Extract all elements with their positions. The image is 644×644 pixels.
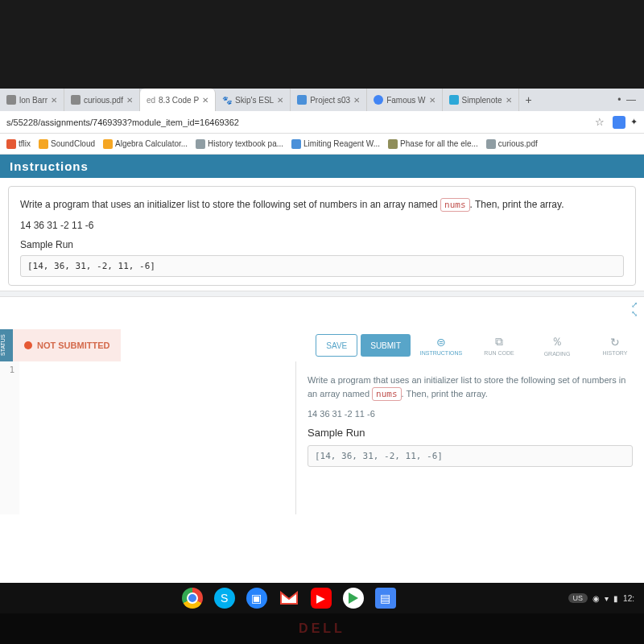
- bookmark-icon: [6, 139, 16, 149]
- code-editor[interactable]: 1: [0, 361, 296, 514]
- instructions-icon: ⊜: [436, 336, 446, 349]
- bookmark-icon: [103, 139, 113, 149]
- laptop-bezel: DELL: [0, 613, 644, 644]
- bookmark-item[interactable]: Phase for all the ele...: [388, 139, 478, 149]
- tab-label: Famous W: [386, 96, 425, 105]
- close-icon[interactable]: ✕: [353, 96, 360, 105]
- submit-button[interactable]: SUBMIT: [361, 334, 411, 357]
- bookmark-item[interactable]: SoundCloud: [39, 139, 95, 149]
- sample-output: [14, 36, 31, -2, 11, -6]: [20, 255, 624, 277]
- close-icon[interactable]: ✕: [126, 96, 133, 105]
- bookmark-item[interactable]: Limiting Reagent W...: [291, 139, 380, 149]
- tab-6[interactable]: Simplenote✕: [443, 89, 519, 111]
- toolbar-instructions[interactable]: ⊜INSTRUCTIONS: [412, 329, 470, 361]
- instructions-panel: Write a program that uses an initializer…: [296, 361, 644, 514]
- bookmark-item[interactable]: History textbook pa...: [196, 139, 283, 149]
- editor-toolbar: STATUS NOT SUBMITTED SAVE SUBMIT ⊜INSTRU…: [0, 329, 644, 361]
- editor-split: 1 Write a program that uses an initializ…: [0, 361, 644, 514]
- prompt-text: Write a program that uses an initializer…: [20, 198, 624, 212]
- url-text: s/55228/assignments/7469393?module_item_…: [6, 118, 590, 127]
- bookmark-label: Limiting Reagent W...: [303, 139, 380, 148]
- bookmark-icon: [291, 139, 301, 149]
- youtube-icon[interactable]: ▶: [311, 588, 332, 609]
- save-button[interactable]: SAVE: [316, 334, 357, 357]
- clock: 12:: [623, 594, 634, 603]
- bookmark-star-icon[interactable]: ☆: [595, 116, 605, 128]
- toolbar-grading[interactable]: ％GRADING: [528, 329, 586, 361]
- bookmark-icon: [196, 139, 205, 149]
- divider: [0, 291, 644, 297]
- system-tray[interactable]: US ◉ ▾ ▮ 12:: [568, 593, 634, 603]
- status-pill: NOT SUBMITTED: [13, 329, 121, 361]
- status-label: NOT SUBMITTED: [37, 341, 109, 350]
- dot-icon: [24, 341, 32, 349]
- tab-label: Simplenote: [462, 96, 502, 105]
- status-side-tab: STATUS: [0, 329, 13, 361]
- favicon: [71, 95, 80, 105]
- favicon: [449, 95, 459, 105]
- gmail-icon[interactable]: [279, 588, 299, 609]
- favicon: [374, 95, 383, 105]
- tab-label: 8.3 Code P: [159, 96, 199, 105]
- bookmark-icon: [39, 139, 48, 149]
- bookmark-item[interactable]: curious.pdf: [486, 139, 538, 149]
- instructions-card: Write a program that uses an initializer…: [8, 186, 636, 286]
- paw-icon: 🐾: [222, 96, 232, 105]
- tab-label: lon Barr: [19, 96, 47, 105]
- tab-2-active[interactable]: ed8.3 Code P✕: [140, 89, 216, 111]
- bookmark-label: Phase for all the ele...: [400, 139, 478, 148]
- toolbar-history[interactable]: ↻HISTORY: [586, 329, 644, 361]
- bookmark-icon: [486, 139, 496, 149]
- bookmark-item[interactable]: Algebra Calculator...: [103, 139, 188, 149]
- skype-icon[interactable]: S: [214, 588, 235, 609]
- window-controls[interactable]: • —: [609, 94, 644, 105]
- bookmark-item[interactable]: tflix: [6, 139, 31, 149]
- close-icon[interactable]: ✕: [429, 96, 436, 105]
- tab-1[interactable]: curious.pdf✕: [64, 89, 140, 111]
- code-area[interactable]: [19, 361, 295, 514]
- toolbar-run-code[interactable]: ⧉RUN CODE: [470, 329, 528, 361]
- extension-icon[interactable]: [613, 116, 625, 129]
- meet-icon[interactable]: ▣: [246, 588, 267, 609]
- tab-label: curious.pdf: [84, 96, 123, 105]
- tab-prefix: ed: [147, 96, 155, 105]
- docs-icon[interactable]: ▤: [375, 588, 396, 609]
- sample-run-heading: Sample Run: [20, 239, 624, 250]
- brand-logo: DELL: [299, 621, 345, 636]
- play-store-icon[interactable]: [343, 588, 364, 609]
- code-chip-nums: nums: [440, 198, 470, 212]
- close-icon[interactable]: ✕: [506, 96, 512, 105]
- close-icon[interactable]: ✕: [51, 96, 57, 105]
- instructions-banner: Instructions: [0, 155, 644, 178]
- close-icon[interactable]: ✕: [202, 96, 208, 105]
- chromeos-shelf: S ▣ ▶ ▤ US ◉ ▾ ▮ 12:: [0, 583, 644, 613]
- tab-0[interactable]: lon Barr✕: [0, 89, 64, 111]
- tab-3[interactable]: 🐾Skip's ESL✕: [216, 89, 291, 111]
- sample-output: [14, 36, 31, -2, 11, -6]: [308, 445, 633, 467]
- tab-label: Project s03: [310, 96, 350, 105]
- grading-icon: ％: [551, 335, 563, 349]
- favicon: [6, 95, 16, 105]
- dock: S ▣ ▶ ▤: [182, 588, 396, 609]
- history-icon: ↻: [610, 336, 620, 349]
- chrome-icon[interactable]: [182, 588, 203, 609]
- bookmark-label: curious.pdf: [498, 139, 538, 148]
- battery-icon: ▮: [613, 594, 618, 603]
- bookmark-label: History textbook pa...: [208, 139, 283, 148]
- line-gutter: 1: [0, 361, 19, 514]
- bookmarks-bar: tflix SoundCloud Algebra Calculator... H…: [0, 134, 644, 155]
- new-tab-button[interactable]: +: [519, 93, 539, 106]
- expand-icon[interactable]: ⤢⤡: [631, 300, 638, 318]
- lang-indicator: US: [568, 593, 588, 603]
- address-bar[interactable]: s/55228/assignments/7469393?module_item_…: [0, 111, 644, 134]
- tab-4[interactable]: Project s03✕: [291, 89, 367, 111]
- number-list: 14 36 31 -2 11 -6: [20, 220, 624, 231]
- user-icon: ◉: [592, 594, 600, 603]
- puzzle-icon[interactable]: ✦: [630, 117, 638, 127]
- favicon: [297, 95, 307, 105]
- code-chip-nums: nums: [372, 387, 402, 401]
- tab-5[interactable]: Famous W✕: [367, 89, 442, 111]
- close-icon[interactable]: ✕: [277, 96, 283, 105]
- sample-run-heading: Sample Run: [308, 427, 633, 439]
- browser-tabstrip: lon Barr✕ curious.pdf✕ ed8.3 Code P✕ 🐾Sk…: [0, 89, 644, 111]
